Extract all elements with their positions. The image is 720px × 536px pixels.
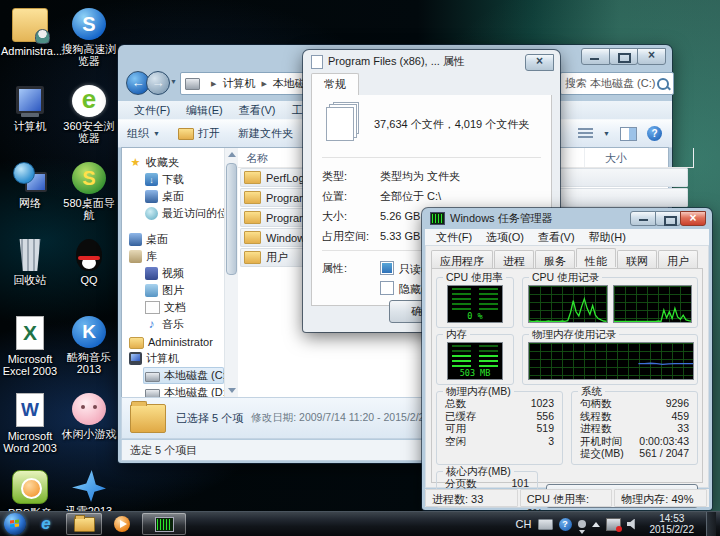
task-manager-tab[interactable]: 用户: [658, 250, 698, 269]
navigation-pane: 收藏夹 下载 桌面 最近访问的位置: [122, 148, 224, 397]
menu-edit[interactable]: 编辑(E): [178, 101, 231, 119]
task-manager-tab[interactable]: 性能: [576, 248, 616, 267]
task-manager-tab[interactable]: 联网: [617, 250, 657, 269]
minimize-button[interactable]: [581, 48, 610, 65]
hidden-checkbox[interactable]: [380, 281, 394, 295]
desktop-icon[interactable]: Administra...: [1, 6, 59, 83]
desktop: Administra... 计算机 网络 回收站 Microsoft Excel…: [0, 0, 720, 536]
desktop-icon-label: Administra...: [1, 45, 59, 57]
close-button[interactable]: [680, 211, 706, 226]
taskbar-clock[interactable]: 14:53 2015/2/22: [644, 513, 701, 535]
preview-pane-icon[interactable]: [620, 127, 637, 141]
maximize-button[interactable]: [609, 48, 638, 65]
desktop-icon[interactable]: 计算机: [1, 83, 59, 160]
desktop-icon[interactable]: Microsoft Excel 2003: [1, 314, 59, 391]
tree-item[interactable]: 最近访问的位置: [143, 205, 224, 222]
tree-item[interactable]: 桌面: [127, 231, 224, 248]
task-manager-menu-bar: 文件(F) 选项(O) 查看(V) 帮助(H): [425, 229, 709, 245]
tree-item[interactable]: 收藏夹: [127, 154, 224, 171]
desktop-icon[interactable]: 酷狗音乐2013: [60, 314, 118, 391]
taskbar-media-player-button[interactable]: [104, 513, 140, 535]
start-button[interactable]: [4, 513, 26, 535]
change-view-icon[interactable]: [578, 128, 593, 139]
memory-led-area: [452, 355, 498, 368]
new-folder-button[interactable]: 新建文件夹: [229, 123, 302, 144]
task-manager-window: Windows 任务管理器 文件(F) 选项(O) 查看(V) 帮助(H) 应用…: [422, 208, 712, 510]
task-manager-tab[interactable]: 进程: [494, 250, 534, 269]
properties-title: Program Files (x86), ... 属性: [328, 54, 465, 69]
tree-item-icon: [129, 352, 142, 365]
tree-item[interactable]: Administrator: [127, 333, 224, 350]
cpu-led-area: [452, 288, 498, 311]
desktop-icon-image: [76, 239, 102, 271]
volume-icon[interactable]: [627, 519, 638, 530]
tree-item[interactable]: 下载: [143, 171, 224, 188]
keyboard-icon[interactable]: [538, 519, 553, 530]
column-header-size[interactable]: 大小: [597, 148, 694, 167]
desktop-icon[interactable]: 网络: [1, 160, 59, 237]
open-button[interactable]: 打开: [169, 123, 229, 144]
tree-item[interactable]: 文档: [143, 299, 224, 316]
task-manager-icon: [430, 212, 445, 225]
network-status-icon[interactable]: [606, 518, 621, 531]
ie-icon: e: [41, 514, 50, 534]
menu-help[interactable]: 帮助(H): [582, 229, 633, 245]
task-manager-tab[interactable]: 服务: [535, 250, 575, 269]
menu-view[interactable]: 查看(V): [231, 101, 284, 119]
task-manager-tab[interactable]: 应用程序: [431, 250, 493, 269]
desktop-icon[interactable]: 回收站: [1, 237, 59, 314]
tree-item[interactable]: 本地磁盘 (C:): [143, 367, 224, 384]
menu-view[interactable]: 查看(V): [531, 229, 582, 245]
desktop-icon[interactable]: QQ: [60, 237, 118, 314]
tree-item[interactable]: 库: [127, 248, 224, 265]
close-button[interactable]: [637, 48, 666, 65]
file-name: 用户: [266, 250, 288, 265]
taskbar-explorer-button[interactable]: [66, 513, 102, 535]
minimize-button[interactable]: [630, 211, 656, 226]
menu-options[interactable]: 选项(O): [479, 229, 531, 245]
desktop-icon-label: 搜狗高速浏览器: [60, 43, 118, 67]
menu-file[interactable]: 文件(F): [126, 101, 178, 119]
scroll-up-icon[interactable]: [228, 152, 236, 157]
help-tray-icon[interactable]: ?: [559, 518, 572, 531]
memory-group: 内存 503 MB: [436, 334, 514, 385]
tab-general[interactable]: 常规: [311, 73, 359, 96]
tree-item[interactable]: 音乐: [143, 316, 224, 333]
taskbar-ie-button[interactable]: e: [28, 513, 64, 535]
tree-item[interactable]: 图片: [143, 282, 224, 299]
taskbar-task-manager-button[interactable]: [142, 513, 186, 535]
desktop-icon[interactable]: 360安全浏览器: [60, 83, 118, 160]
show-hidden-icons-icon[interactable]: [592, 522, 600, 527]
navigation-scrollbar[interactable]: [224, 148, 238, 397]
scrollbar-thumb[interactable]: [226, 163, 237, 275]
desktop-icon[interactable]: 搜狗高速浏览器: [60, 6, 118, 83]
tree-item-label: 桌面: [162, 189, 184, 204]
help-icon[interactable]: ?: [647, 126, 662, 141]
tree-item[interactable]: 计算机: [127, 350, 224, 367]
tree-item-label: 收藏夹: [146, 155, 179, 170]
settings-tray-icon[interactable]: [578, 520, 586, 528]
desktop-icon[interactable]: 580桌面导航: [60, 160, 118, 237]
desktop-icon-image: [72, 393, 106, 425]
chevron-down-icon[interactable]: ▼: [603, 130, 610, 137]
desktop-icon[interactable]: 休闲小游戏: [60, 391, 118, 468]
desktop-icon[interactable]: Microsoft Word 2003: [1, 391, 59, 468]
search-input[interactable]: 搜索 本地磁盘 (C:): [560, 72, 674, 95]
folder-icon: [244, 191, 261, 204]
desktop-icon-image: [12, 470, 48, 504]
maximize-button[interactable]: [655, 211, 681, 226]
tree-item[interactable]: 本地磁盘 (D:): [143, 384, 224, 397]
menu-file[interactable]: 文件(F): [429, 229, 479, 245]
readonly-checkbox[interactable]: [380, 261, 394, 275]
stat-value: 556: [536, 410, 554, 423]
input-language-indicator[interactable]: CH: [516, 518, 532, 530]
scroll-down-icon[interactable]: [228, 388, 236, 393]
history-dropdown-icon[interactable]: ▼: [170, 78, 177, 85]
show-desktop-button[interactable]: [706, 512, 716, 536]
close-icon[interactable]: [525, 54, 554, 71]
tree-item[interactable]: 视频: [143, 265, 224, 282]
organize-button[interactable]: 组织 ▼: [118, 123, 169, 144]
tree-item[interactable]: 桌面: [143, 188, 224, 205]
breadcrumb-computer[interactable]: 计算机: [222, 76, 255, 91]
forward-button[interactable]: →: [146, 71, 170, 95]
